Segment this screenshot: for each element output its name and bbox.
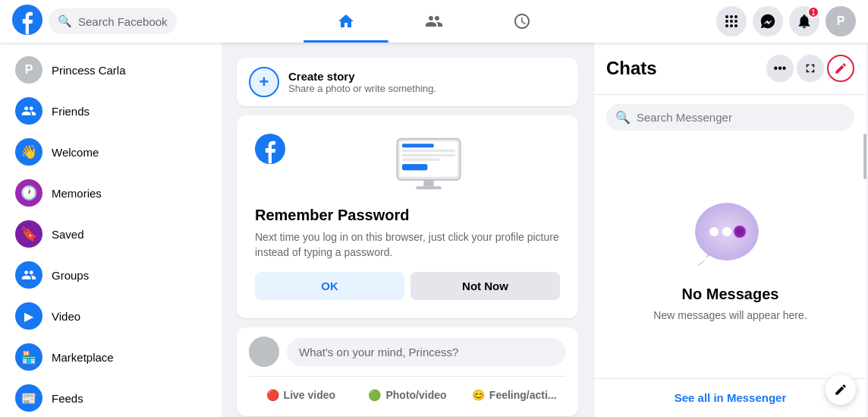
feeds-icon: 📰 [15, 384, 42, 412]
topbar-center [303, 3, 565, 39]
chats-header: Chats ••• [594, 43, 866, 95]
no-messages-title: No Messages [682, 286, 779, 303]
profile-avatar-btn[interactable]: P [826, 6, 856, 36]
sidebar-item-feeds[interactable]: 📰 Feeds [6, 378, 215, 417]
sidebar-item-groups[interactable]: Groups [6, 255, 215, 295]
svg-point-7 [725, 24, 728, 27]
live-video-btn[interactable]: 🔴 Live video [249, 383, 353, 407]
svg-rect-18 [423, 180, 433, 186]
welcome-label: Welcome [52, 146, 99, 159]
svg-point-6 [734, 20, 737, 23]
search-messenger-icon: 🔍 [615, 110, 631, 125]
feeling-icon: 😊 [472, 389, 485, 401]
chats-header-actions: ••• [766, 55, 854, 82]
no-messages-desc: New messages will appear here. [653, 309, 807, 321]
facebook-logo[interactable] [12, 5, 42, 38]
svg-point-21 [709, 227, 719, 236]
nav-tab-friends[interactable] [392, 3, 476, 39]
memories-icon: 🕐 [15, 179, 42, 207]
search-bar[interactable]: 🔍 Search Facebook [49, 8, 177, 34]
svg-point-8 [730, 24, 733, 27]
post-box: What's on your mind, Princess? 🔴 Live vi… [237, 327, 578, 416]
ok-button[interactable]: OK [255, 272, 404, 300]
svg-point-4 [725, 20, 728, 23]
chats-more-btn[interactable]: ••• [766, 55, 794, 82]
not-now-button[interactable]: Not Now [410, 272, 560, 300]
nav-tab-home[interactable] [303, 3, 388, 39]
main-layout: P Princess Carla Friends 👋 Welcome 🕐 Mem… [0, 43, 868, 417]
nav-tab-watch[interactable] [480, 3, 565, 39]
welcome-icon: 👋 [15, 138, 42, 166]
svg-point-22 [722, 227, 731, 236]
no-messages-container: No Messages New messages will appear her… [594, 140, 866, 378]
more-dots-icon: ••• [774, 62, 787, 75]
story-title: Create story [288, 70, 436, 83]
live-video-icon: 🔴 [266, 389, 279, 401]
modal-fb-icon [255, 134, 285, 167]
feeling-label: Feeling/acti... [489, 389, 557, 401]
search-messenger-input[interactable] [637, 111, 845, 124]
chats-panel: Chats ••• 🔍 [593, 43, 866, 417]
svg-point-24 [736, 228, 744, 235]
feeds-label: Feeds [52, 392, 83, 405]
monitor-illustration [297, 134, 560, 194]
story-plus-icon: + [249, 67, 279, 97]
sidebar-item-video[interactable]: ▶ Video [6, 296, 215, 336]
svg-rect-13 [402, 144, 434, 147]
sidebar-item-marketplace[interactable]: 🏪 Marketplace [6, 337, 215, 377]
video-label: Video [52, 310, 80, 323]
user-name: Princess Carla [52, 64, 126, 77]
chat-bubble-illustration [685, 197, 776, 273]
post-placeholder: What's on your mind, Princess? [299, 346, 458, 359]
marketplace-label: Marketplace [52, 351, 114, 364]
chats-expand-btn[interactable] [797, 55, 824, 82]
search-messenger[interactable]: 🔍 [606, 104, 854, 131]
sidebar-item-profile[interactable]: P Princess Carla [6, 50, 215, 90]
search-placeholder: Search Facebook [78, 15, 168, 28]
modal-header [255, 134, 560, 194]
feeling-btn[interactable]: 😊 Feeling/acti... [462, 383, 566, 407]
sidebar-item-friends[interactable]: Friends [6, 91, 215, 131]
topbar-right: 1 P [643, 6, 856, 36]
svg-point-5 [730, 20, 733, 23]
user-avatar: P [15, 56, 42, 84]
svg-rect-15 [402, 154, 455, 156]
friends-label: Friends [52, 105, 90, 118]
groups-label: Groups [52, 269, 89, 282]
svg-rect-14 [402, 150, 455, 152]
post-input-row: What's on your mind, Princess? [249, 336, 566, 367]
friends-icon [15, 97, 42, 125]
svg-point-3 [734, 15, 737, 18]
sidebar-item-memories[interactable]: 🕐 Memories [6, 173, 215, 213]
floating-edit-btn[interactable] [826, 374, 856, 405]
marketplace-icon: 🏪 [15, 343, 42, 371]
create-story-card[interactable]: + Create story Share a photo or write so… [237, 58, 578, 106]
main-content: + Create story Share a photo or write so… [222, 43, 593, 417]
sidebar-item-saved[interactable]: 🔖 Saved [6, 214, 215, 254]
photo-label: Photo/video [385, 389, 446, 401]
messenger-icon-btn[interactable] [753, 6, 783, 36]
sidebar: P Princess Carla Friends 👋 Welcome 🕐 Mem… [0, 43, 222, 417]
live-video-label: Live video [284, 389, 335, 401]
see-all-messenger-link[interactable]: See all in Messenger [675, 391, 787, 404]
menu-icon-btn[interactable] [716, 6, 747, 36]
remember-password-modal: Remember Password Next time you log in o… [237, 115, 578, 318]
svg-point-2 [730, 15, 733, 18]
svg-point-1 [725, 15, 728, 18]
post-input[interactable]: What's on your mind, Princess? [287, 338, 566, 366]
notification-count: 1 [807, 6, 819, 18]
svg-rect-17 [402, 164, 427, 170]
modal-description: Next time you log in on this browser, ju… [255, 230, 560, 260]
post-user-avatar [249, 336, 279, 367]
photo-video-btn[interactable]: 🟢 Photo/video [356, 383, 460, 407]
scroll-indicator [863, 134, 866, 179]
story-text: Create story Share a photo or write some… [288, 70, 436, 94]
svg-rect-19 [416, 186, 441, 189]
chats-compose-btn[interactable] [827, 55, 854, 82]
photo-icon: 🟢 [368, 389, 381, 401]
sidebar-item-welcome[interactable]: 👋 Welcome [6, 132, 215, 172]
chats-title: Chats [606, 58, 657, 79]
notifications-icon-btn[interactable]: 1 [789, 6, 819, 36]
search-icon: 🔍 [58, 14, 72, 28]
svg-rect-16 [402, 159, 440, 161]
